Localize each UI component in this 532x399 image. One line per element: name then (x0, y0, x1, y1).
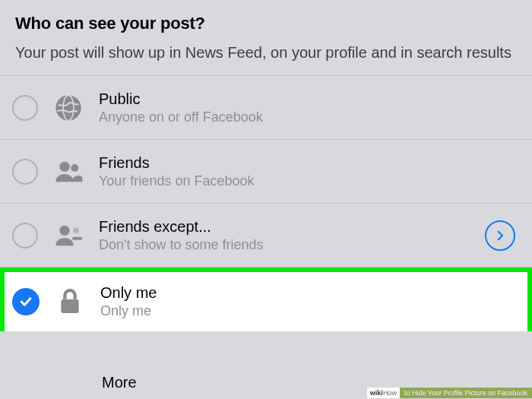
attribution-brand: wikiHow (367, 388, 400, 398)
radio-unchecked[interactable] (12, 159, 38, 185)
privacy-option-friends-except[interactable]: Friends except... Don't show to some fri… (0, 204, 532, 268)
option-description: Only me (100, 303, 521, 320)
option-label: Friends except... (99, 217, 485, 236)
attribution-title: to Hide Your Profile Picture on Facebook (400, 388, 532, 398)
option-label: Friends (99, 154, 521, 172)
friends-minus-icon (52, 219, 85, 252)
friends-icon (52, 155, 85, 188)
svg-point-2 (59, 161, 69, 171)
svg-point-5 (73, 227, 78, 233)
radio-unchecked[interactable] (12, 95, 38, 121)
option-labels: Friends except... Don't show to some fri… (99, 217, 485, 254)
svg-rect-6 (72, 236, 82, 239)
option-description: Your friends on Facebook (99, 173, 521, 190)
privacy-option-only-me[interactable]: Only me Only me (0, 268, 532, 331)
option-labels: Friends Your friends on Facebook (99, 154, 521, 190)
option-labels: Only me Only me (100, 283, 521, 320)
sheet-title: Who can see your post? (15, 14, 517, 33)
option-description: Don't show to some friends (99, 237, 485, 254)
privacy-option-friends[interactable]: Friends Your friends on Facebook (0, 140, 532, 204)
sheet-subtitle: Your post will show up in News Feed, on … (0, 43, 532, 75)
radio-checked[interactable] (12, 288, 40, 315)
attribution-footer: wikiHow to Hide Your Profile Picture on … (367, 387, 532, 399)
svg-rect-7 (61, 299, 78, 313)
option-label: Only me (100, 283, 521, 302)
svg-point-3 (71, 164, 78, 172)
option-description: Anyone on or off Facebook (99, 109, 521, 126)
svg-point-0 (55, 95, 81, 120)
lock-icon (53, 285, 87, 318)
privacy-options-list: Public Anyone on or off Facebook Friends… (0, 75, 532, 331)
radio-unchecked[interactable] (12, 223, 38, 249)
privacy-selector-sheet: Who can see your post? Your post will sh… (0, 0, 532, 399)
sheet-header: Who can see your post? (0, 0, 532, 43)
globe-icon (52, 91, 85, 125)
privacy-option-public[interactable]: Public Anyone on or off Facebook (0, 76, 532, 140)
option-labels: Public Anyone on or off Facebook (99, 90, 521, 126)
chevron-right-icon[interactable] (485, 220, 515, 251)
option-label: Public (99, 90, 521, 108)
svg-point-4 (59, 225, 69, 235)
